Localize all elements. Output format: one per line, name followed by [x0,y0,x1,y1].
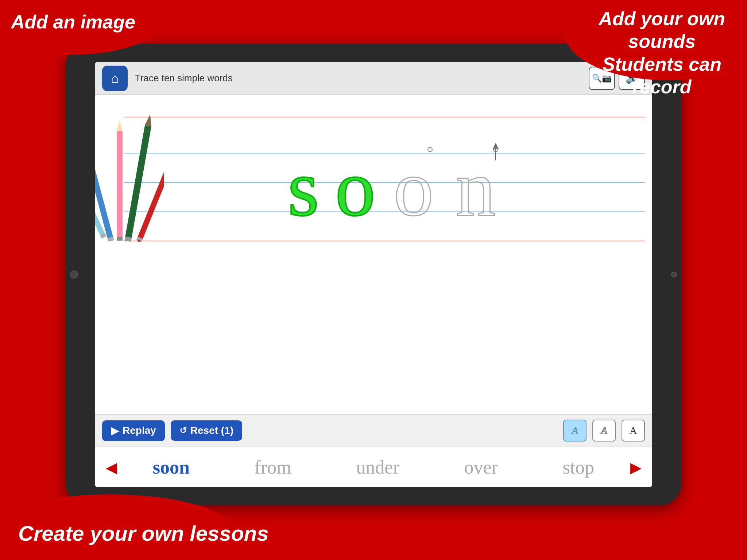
action-bar: ▶ Replay ↺ Reset (1) A A A [95,414,652,447]
reset-label: Reset (1) [190,425,233,436]
create-lessons-label: Create your own lessons [18,521,269,545]
svg-marker-4 [117,120,123,131]
replay-label: Replay [123,425,156,436]
reset-icon: ↺ [179,425,187,436]
reset-button[interactable]: ↺ Reset (1) [171,420,242,441]
font-style-icon-1: A [572,425,578,436]
font-style-button-2[interactable]: A [592,420,616,442]
pencils-svg [95,102,164,255]
word-item-soon[interactable]: soon [153,456,190,478]
writing-area[interactable]: s o o n [95,95,652,414]
word-item-from[interactable]: from [255,456,291,478]
play-icon: ▶ [111,425,119,437]
home-icon: ⌂ [111,71,119,86]
font-style-icon-2: A [601,425,607,436]
svg-text:n: n [456,144,496,233]
svg-text:o: o [394,144,434,233]
ipad-side-button-right [671,272,677,277]
word-display: s o o n [277,135,554,237]
top-bar: ⌂ Trace ten simple words 🔍 📷 🔊 [95,62,652,95]
word-item-stop[interactable]: stop [562,456,594,478]
ipad-side-button-left [70,271,78,279]
ipad-screen: ⌂ Trace ten simple words 🔍 📷 🔊 [95,62,652,487]
word-list: soon from under over stop [120,456,627,478]
word-item-under[interactable]: under [356,456,399,478]
svg-rect-5 [117,237,123,241]
svg-marker-7 [145,114,153,127]
svg-text:o: o [335,144,375,233]
top-ruling-line [124,117,645,117]
font-style-button-1[interactable]: A [563,420,587,442]
font-style-button-3[interactable]: A [622,420,645,442]
add-sounds-label: Add your own sounds Students can record [599,7,725,98]
add-image-label: Add an image [11,11,135,33]
svg-rect-3 [117,131,123,241]
svg-text:s: s [288,144,319,233]
home-button[interactable]: ⌂ [102,66,128,91]
replay-button[interactable]: ▶ Replay [102,420,165,441]
word-bar: ◀ soon from under over stop ▶ [95,447,652,487]
lesson-title: Trace ten simple words [135,73,581,84]
prev-word-button[interactable]: ◀ [102,458,120,477]
font-style-icon-3: A [630,425,637,436]
next-word-button[interactable]: ▶ [627,458,645,477]
bottom-ruling-line [124,241,645,241]
word-item-over[interactable]: over [464,456,498,478]
ipad-device: ⌂ Trace ten simple words 🔍 📷 🔊 [66,44,681,505]
pencils-decoration [95,102,164,248]
